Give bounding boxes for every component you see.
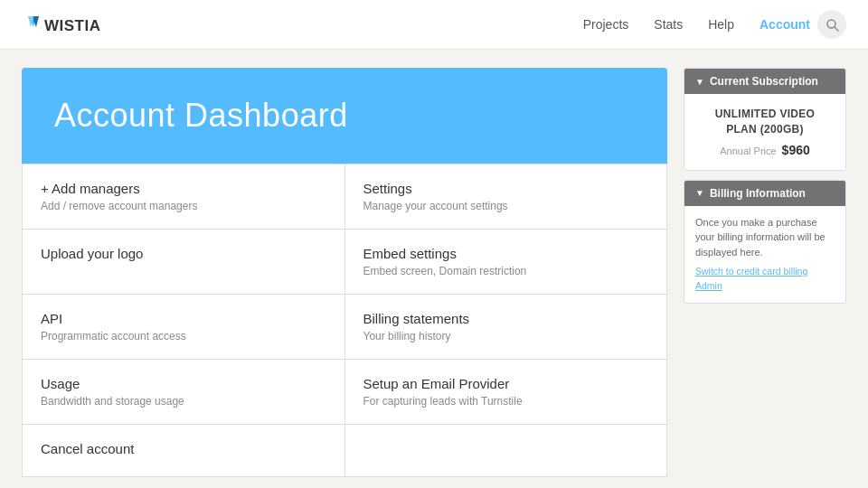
search-button[interactable] — [817, 10, 846, 39]
grid-item-subtitle: Embed screen, Domain restriction — [363, 265, 649, 277]
nav-stats[interactable]: Stats — [654, 17, 683, 32]
grid-item-title: Cancel account — [41, 441, 326, 456]
grid-item-subtitle: For capturing leads with Turnstile — [363, 395, 649, 408]
chevron-down-icon: ▼ — [695, 77, 704, 87]
nav-links: Projects Stats Help Account — [583, 17, 810, 32]
grid-item-subtitle: Programmatic account access — [41, 330, 326, 343]
grid-item-subtitle: Bandwidth and storage usage — [41, 395, 326, 408]
chevron-down-icon: ▼ — [695, 188, 704, 198]
svg-text:WISTIA: WISTIA — [44, 17, 101, 34]
grid-item-title: Settings — [363, 181, 649, 196]
grid-item-api[interactable]: API Programmatic account access — [23, 295, 344, 359]
grid-item-subtitle: Add / remove account managers — [41, 200, 326, 212]
dashboard-header: Account Dashboard — [22, 68, 667, 164]
subscription-header[interactable]: ▼ Current Subscription — [684, 69, 845, 94]
grid-item-title: Billing statements — [363, 311, 649, 326]
grid-item-embed-settings[interactable]: Embed settings Embed screen, Domain rest… — [345, 230, 667, 294]
grid-item-title: + Add managers — [41, 181, 326, 196]
svg-line-5 — [835, 27, 838, 31]
grid-item-usage[interactable]: Usage Bandwidth and storage usage — [23, 360, 344, 424]
billing-link[interactable]: Switch to credit card billing Admin — [695, 265, 835, 294]
dashboard-title: Account Dashboard — [54, 97, 348, 134]
annual-price-label: Annual Price — [720, 145, 776, 156]
subscription-section: ▼ Current Subscription UNLIMITED VIDEO P… — [684, 68, 846, 171]
billing-header[interactable]: ▼ Billing Information — [684, 181, 845, 206]
grid-item-title: Usage — [41, 376, 326, 391]
main-content: Account Dashboard + Add managers Add / r… — [0, 50, 868, 488]
grid-item-settings[interactable]: Settings Manage your account settings — [345, 164, 667, 229]
grid-item-title: Embed settings — [363, 246, 649, 261]
grid-item-billing-statements[interactable]: Billing statements Your billing history — [345, 295, 667, 359]
grid-item-cancel-account[interactable]: Cancel account — [23, 425, 344, 476]
grid-item-add-managers[interactable]: + Add managers Add / remove account mana… — [23, 164, 344, 229]
grid-item-subtitle: Your billing history — [363, 330, 649, 343]
nav-account[interactable]: Account — [760, 17, 810, 32]
top-nav: WISTIA Projects Stats Help Account — [0, 0, 868, 50]
grid-item-empty — [345, 425, 667, 476]
subscription-price: $960 — [782, 143, 810, 157]
left-panel: Account Dashboard + Add managers Add / r… — [22, 68, 667, 470]
right-panel: ▼ Current Subscription UNLIMITED VIDEO P… — [684, 68, 846, 470]
nav-help[interactable]: Help — [708, 17, 734, 32]
grid-item-upload-logo[interactable]: Upload your logo — [23, 230, 344, 294]
subscription-price-row: Annual Price $960 — [693, 143, 836, 157]
subscription-body: UNLIMITED VIDEO PLAN (200GB) Annual Pric… — [684, 94, 845, 170]
billing-section: ▼ Billing Information Once you make a pu… — [684, 180, 846, 304]
grid-item-setup-email[interactable]: Setup an Email Provider For capturing le… — [345, 360, 667, 424]
nav-projects[interactable]: Projects — [583, 17, 629, 32]
billing-body: Once you make a purchase your billing in… — [684, 206, 845, 303]
dashboard-grid: + Add managers Add / remove account mana… — [22, 164, 667, 477]
subscription-plan: UNLIMITED VIDEO PLAN (200GB) — [693, 107, 836, 137]
logo[interactable]: WISTIA — [22, 11, 121, 38]
grid-item-title: Setup an Email Provider — [363, 376, 649, 391]
svg-marker-1 — [33, 16, 39, 27]
billing-body-text: Once you make a purchase your billing in… — [695, 217, 826, 258]
billing-header-label: Billing Information — [710, 187, 806, 200]
grid-item-title: Upload your logo — [41, 246, 326, 261]
grid-item-subtitle: Manage your account settings — [363, 200, 649, 212]
subscription-header-label: Current Subscription — [710, 75, 818, 88]
grid-item-title: API — [41, 311, 326, 326]
